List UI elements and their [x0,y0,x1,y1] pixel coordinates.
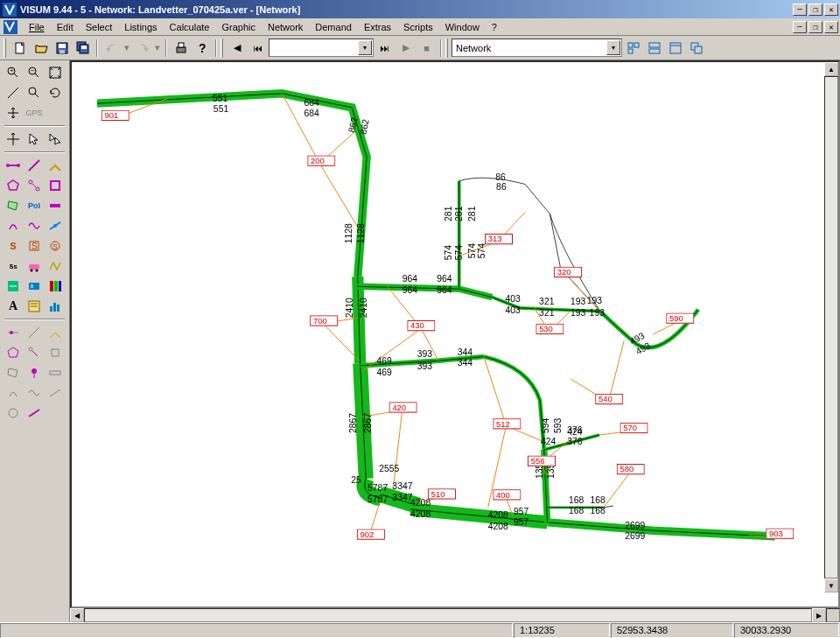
view-cascade-button[interactable] [686,39,706,58]
stop-s-icon[interactable]: S [3,236,24,256]
edit-route-icon[interactable] [24,403,45,423]
zone-label[interactable]: 430 [407,320,435,331]
zone-label[interactable]: 901 [102,110,130,121]
text-icon[interactable]: A [3,297,24,316]
menu-listings[interactable]: Listings [118,20,163,34]
menu-graphic[interactable]: Graphic [215,20,262,34]
save-button[interactable] [52,39,72,58]
zone-label[interactable]: 556 [528,456,556,466]
territory-icon[interactable] [3,196,24,215]
move-icon[interactable] [3,130,24,149]
edit-signal-icon[interactable] [24,383,45,403]
zone-label[interactable]: 512 [493,418,521,429]
layer3-icon[interactable] [45,277,66,296]
scroll-down-icon[interactable]: ▼ [824,578,838,592]
menu-file[interactable]: File [23,20,51,34]
nav-dropdown[interactable] [269,39,374,57]
mainzone-icon[interactable] [45,176,66,195]
zoom-window-icon[interactable] [24,83,45,102]
network-canvas[interactable]: 5515516846848628628686281281574574281574… [70,60,840,608]
edit-node-icon[interactable] [3,323,24,342]
zone-label[interactable]: 580 [617,464,645,474]
measure-icon[interactable] [3,83,24,102]
undo-dd[interactable]: ▾ [122,39,131,58]
gps-icon[interactable]: GPS [24,103,45,123]
edit-territory-icon[interactable] [3,363,24,382]
nav-first-button[interactable]: ◀ [227,39,247,58]
line-route-icon[interactable] [24,256,45,276]
close-button[interactable]: ✕ [824,4,838,16]
toolbar-grip2[interactable] [220,39,223,58]
dropdown-arrow-icon[interactable] [358,40,372,55]
menu-select[interactable]: Select [80,20,119,34]
menu-calculate[interactable]: Calculate [164,20,216,34]
nav-play-button[interactable]: ▶ [396,39,416,58]
zoom-extents-icon[interactable] [45,63,66,82]
menu-help[interactable]: ? [486,20,503,34]
scroll-up-icon[interactable]: ▲ [824,62,838,76]
restore-button[interactable]: ❐ [808,4,822,16]
menu-window[interactable]: Window [439,20,486,34]
print-button[interactable] [171,39,191,58]
view-windows-button[interactable] [623,39,643,58]
zone-label[interactable]: 320 [554,267,582,277]
pan-icon[interactable] [3,103,24,123]
edit-link-icon[interactable] [24,323,45,342]
edit-mainzone-icon[interactable] [45,343,66,362]
menu-network[interactable]: Network [262,20,309,34]
turn-icon[interactable] [45,156,66,175]
undo-button[interactable] [102,39,122,58]
scrollbar-horizontal[interactable]: ◀ ▶ [70,608,840,622]
stop-box-icon[interactable]: S [24,236,45,256]
scroll-right-icon[interactable]: ▶ [812,608,826,622]
zone-label[interactable]: 590 [666,312,694,323]
legend-icon[interactable] [24,297,45,316]
menu-demand[interactable]: Demand [309,20,358,34]
save-all-button[interactable] [73,39,93,58]
zone-label[interactable]: 700 [310,315,338,326]
layer-dropdown[interactable]: Network [452,39,622,57]
signal-icon[interactable] [24,216,45,235]
count-icon[interactable] [45,196,66,215]
layer1-icon[interactable] [3,277,24,296]
nav-next-button[interactable]: ⏭ [374,39,395,58]
poi-icon[interactable]: PoI [24,196,45,215]
zone-label[interactable]: 510 [428,488,456,499]
redo-button[interactable] [132,39,152,58]
multiselect-icon[interactable] [45,130,66,149]
menu-edit[interactable]: Edit [51,20,80,34]
scroll-left-icon[interactable]: ◀ [70,608,84,622]
zone-label[interactable]: 903 [766,528,794,538]
zoom-out-icon[interactable]: − [24,63,45,82]
mdi-minimize-button[interactable]: ─ [793,21,807,33]
menu-scripts[interactable]: Scripts [397,20,439,34]
zone-label[interactable]: 420 [389,402,417,412]
nav-prev-button[interactable]: ⏮ [248,39,268,58]
menu-extras[interactable]: Extras [358,20,397,34]
zone-label[interactable]: 570 [620,423,648,433]
path-icon[interactable] [45,256,66,276]
select-icon[interactable] [24,130,45,149]
zone-label[interactable]: 902 [357,529,385,539]
edit-turn-icon[interactable] [45,323,66,342]
open-button[interactable] [31,39,51,58]
edit-poi-icon[interactable] [24,363,45,382]
zone-label[interactable]: 540 [595,394,623,404]
redo-dd[interactable]: ▾ [153,39,162,58]
mdi-restore-button[interactable]: ❐ [808,21,822,33]
zone-icon[interactable] [3,176,24,195]
layer2-icon[interactable] [24,277,45,296]
edit-stop-icon[interactable] [3,403,24,423]
help-button[interactable]: ? [192,39,212,58]
edit-count-icon[interactable] [45,363,66,382]
scrollbar-vertical[interactable]: ▲ ▼ [824,62,838,592]
connector-icon[interactable] [24,176,45,195]
nav-stop-button[interactable]: ■ [416,39,437,58]
stop-point-icon[interactable]: S [45,236,66,256]
detector-icon[interactable] [3,216,24,235]
zone-label[interactable]: 530 [536,324,564,334]
zone-label[interactable]: 313 [485,234,513,244]
screenline-icon[interactable] [45,216,66,235]
refresh-icon[interactable] [45,83,66,102]
view-single-button[interactable] [665,39,685,58]
